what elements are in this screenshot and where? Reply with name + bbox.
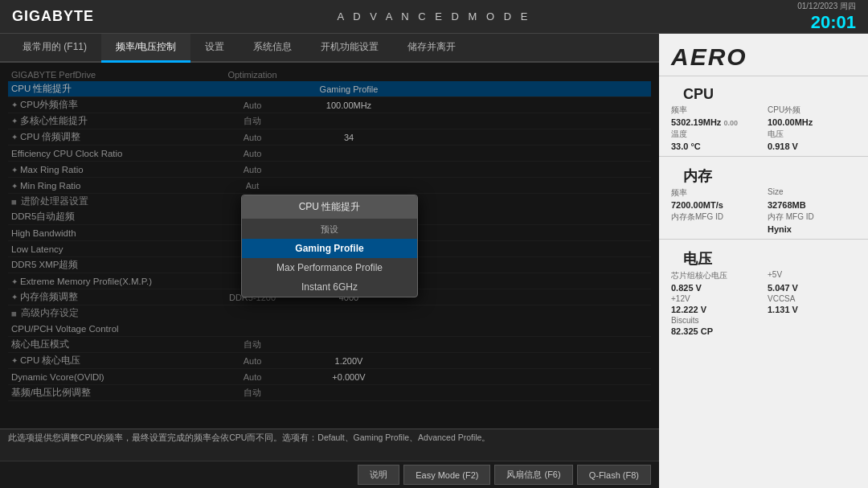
cpu-oc-value: 0.00	[723, 119, 738, 127]
v2-label: +5V	[768, 270, 856, 281]
datetime: 01/12/2023 周四 20:01	[797, 1, 856, 33]
cpu-title: CPU	[671, 81, 856, 105]
gigabyte-logo: GIGABYTE	[12, 8, 94, 25]
biscuits-value: 82.325 CP	[671, 326, 760, 336]
button-easy-mode[interactable]: Easy Mode (F2)	[403, 465, 490, 485]
v1-label: 芯片组核心电压	[671, 270, 760, 281]
popup-section-label: 预设	[242, 219, 417, 239]
mode-title: A D V A N C E D M O D E	[338, 10, 531, 23]
biscuits-label: Biscuits	[671, 316, 760, 325]
cpu-voltage-value: 0.918 V	[768, 141, 856, 151]
popup-overlay: CPU 性能提升 预设 Gaming Profile Max Performan…	[0, 63, 659, 429]
button-description[interactable]: 说明	[358, 465, 399, 485]
cpu-info-grid: 频率 CPU外频 5302.19MHz 0.00 100.00MHz 温度 电压…	[671, 105, 856, 151]
mem-freq-label: 频率	[671, 187, 760, 199]
biscuits-spacer	[768, 316, 856, 325]
v1-value: 0.825 V	[671, 283, 760, 293]
bottom-buttons: 说明 Easy Mode (F2) 风扇信息 (F6) Q-Flash (F8)	[0, 461, 659, 488]
tab-boot[interactable]: 开机功能设置	[306, 34, 393, 63]
popup-item-instant-6ghz[interactable]: Instant 6GHz	[242, 277, 417, 297]
date-display: 01/12/2023 周四	[797, 1, 856, 12]
memory-info-grid: 频率 Size 7200.00MT/s 32768MB 内存条MFG ID 内存…	[671, 187, 856, 234]
aero-logo: AERO	[659, 34, 868, 76]
cpu-perf-popup: CPU 性能提升 预设 Gaming Profile Max Performan…	[241, 195, 418, 297]
mem-size-label: Size	[768, 187, 856, 199]
cpu-ext-freq-value: 100.00MHz	[768, 117, 856, 127]
tab-system-info[interactable]: 系统信息	[239, 34, 306, 63]
right-panel: AERO CPU 频率 CPU外频 5302.19MHz 0.00 100.00…	[659, 34, 868, 488]
mem-size-value: 32768MB	[768, 200, 856, 210]
cpu-section: CPU 频率 CPU外频 5302.19MHz 0.00 100.00MHz 温…	[659, 76, 868, 156]
main-layout: 最常用的 (F11) 频率/电压控制 设置 系统信息 开机功能设置 储存并离开 …	[0, 34, 868, 488]
cpu-temp-value: 33.0 °C	[671, 141, 760, 151]
v2-value: 5.047 V	[768, 283, 856, 293]
aero-text: AERO	[671, 43, 747, 70]
tab-save-exit[interactable]: 储存并离开	[393, 34, 470, 63]
tab-frequently-used[interactable]: 最常用的 (F11)	[8, 34, 101, 63]
voltage-info-grid: 芯片组核心电压 +5V 0.825 V 5.047 V +12V VCCSA 1…	[671, 270, 856, 336]
tab-settings[interactable]: 设置	[190, 34, 239, 63]
status-bar: 此选项提供您调整CPU的频率，最终设置完成的频率会依CPU而不同。选项有：Def…	[0, 429, 659, 461]
button-fan-info[interactable]: 风扇信息 (F6)	[494, 465, 572, 485]
header: GIGABYTE A D V A N C E D M O D E 01/12/2…	[0, 0, 868, 34]
v3-value: 12.222 V	[671, 305, 760, 314]
popup-item-max-performance[interactable]: Max Performance Profile	[242, 258, 417, 277]
v3-label: +12V	[671, 294, 760, 303]
mem-mfg-label: 内存条MFG ID	[671, 211, 760, 223]
mem-freq-value: 7200.00MT/s	[671, 200, 760, 210]
time-display: 20:01	[797, 12, 856, 33]
cpu-voltage-label: 电压	[768, 129, 856, 140]
cpu-temp-label: 温度	[671, 129, 760, 140]
cpu-ext-freq-label: CPU外频	[768, 105, 856, 116]
v4-label: VCCSA	[768, 294, 856, 303]
tab-freq-voltage[interactable]: 频率/电压控制	[101, 34, 190, 63]
cpu-freq-label: 频率	[671, 105, 760, 116]
mem-mfg2-label: 内存 MFG ID	[768, 211, 856, 223]
cpu-freq-value: 5302.19MHz 0.00	[671, 117, 760, 127]
status-text: 此选项提供您调整CPU的频率，最终设置完成的频率会依CPU而不同。选项有：Def…	[8, 433, 490, 442]
content-area: GIGABYTE PerfDrive Optimization CPU 性能提升…	[0, 63, 659, 429]
tab-bar: 最常用的 (F11) 频率/电压控制 设置 系统信息 开机功能设置 储存并离开	[0, 34, 659, 63]
left-panel: 最常用的 (F11) 频率/电压控制 设置 系统信息 开机功能设置 储存并离开 …	[0, 34, 659, 488]
popup-title: CPU 性能提升	[242, 195, 417, 219]
popup-item-gaming[interactable]: Gaming Profile	[242, 239, 417, 258]
button-qflash[interactable]: Q-Flash (F8)	[577, 465, 651, 485]
memory-title: 内存	[671, 162, 856, 187]
v4-value: 1.131 V	[768, 305, 856, 314]
mem-mfg2-value: Hynix	[768, 224, 856, 234]
mem-mfg-value	[671, 224, 760, 234]
voltage-section: 电压 芯片组核心电压 +5V 0.825 V 5.047 V +12V VCCS…	[659, 239, 868, 341]
voltage-title: 电压	[671, 244, 856, 270]
memory-section: 内存 频率 Size 7200.00MT/s 32768MB 内存条MFG ID…	[659, 156, 868, 239]
